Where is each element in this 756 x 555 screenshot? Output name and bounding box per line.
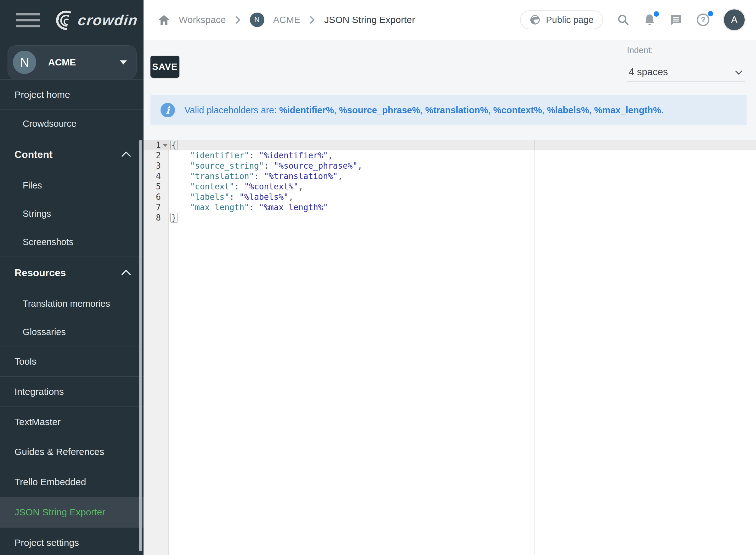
- placeholder-token: %translation%: [425, 105, 488, 115]
- code-token-key: "labels": [190, 192, 229, 202]
- code-token-pun: [170, 171, 190, 181]
- sidebar: crowdin N ACME Project homeCrowdsourceCo…: [0, 0, 143, 555]
- sidebar-item-screenshots[interactable]: Screenshots: [0, 228, 143, 256]
- code-line[interactable]: "translation": "%translation%",: [169, 171, 756, 181]
- chevron-up-icon: [121, 269, 131, 279]
- indent-selected-value: 4 spaces: [629, 67, 668, 78]
- globe-icon: [530, 14, 541, 26]
- code-token-pun: [170, 161, 190, 171]
- public-page-button[interactable]: Public page: [520, 10, 603, 29]
- code-token-pun: ,: [358, 161, 363, 171]
- code-line[interactable]: }: [169, 213, 756, 223]
- code-line[interactable]: "max_length": "%max_length%": [169, 202, 756, 213]
- code-token-brace: {: [170, 140, 178, 150]
- code-token-val: "%identifier%": [259, 151, 328, 160]
- code-editor[interactable]: 12345678 { "identifier": "%identifier%",…: [143, 140, 756, 555]
- breadcrumb-project[interactable]: ACME: [273, 14, 301, 25]
- banner-text: Valid placeholders are: %identifier%, %s…: [184, 105, 664, 116]
- code-token-val: "%max_length%": [259, 203, 328, 212]
- gutter-line-number: 6: [143, 192, 168, 202]
- code-token-pun: [170, 151, 190, 160]
- placeholder-token: %max_length%: [594, 105, 661, 115]
- code-token-pun: :: [235, 182, 244, 191]
- project-avatar: N: [13, 51, 36, 74]
- code-line[interactable]: {: [169, 140, 756, 151]
- code-token-pun: ,: [298, 182, 303, 191]
- fold-caret-icon[interactable]: [163, 144, 168, 147]
- sidebar-item-label: Trello Embedded: [14, 477, 86, 487]
- sidebar-item-label: Project settings: [14, 538, 79, 548]
- sidebar-item-content[interactable]: Content: [0, 138, 143, 171]
- notifications-bell-icon[interactable]: [643, 13, 656, 27]
- sidebar-header: crowdin: [0, 0, 143, 40]
- gutter-line-number: 8: [143, 213, 168, 223]
- caret-down-icon: [120, 60, 127, 65]
- placeholder-token: %source_phrase%: [339, 105, 420, 115]
- sidebar-item-integrations[interactable]: Integrations: [0, 376, 143, 407]
- info-icon: i: [161, 103, 175, 117]
- topbar-actions: Public page ? A: [520, 9, 745, 30]
- gutter-line-number: 1: [143, 140, 168, 151]
- breadcrumb-current-page: JSON String Exporter: [324, 14, 415, 25]
- sidebar-nav: Project homeCrowdsourceContentFilesStrin…: [0, 79, 143, 555]
- indent-select[interactable]: 4 spaces: [627, 62, 745, 82]
- code-token-key: "context": [190, 182, 235, 191]
- gutter-line-number: 7: [143, 202, 168, 213]
- placeholder-token: %context%: [493, 105, 542, 115]
- sidebar-item-strings[interactable]: Strings: [0, 200, 143, 228]
- help-icon[interactable]: ?: [696, 13, 710, 27]
- crowdin-logo[interactable]: crowdin: [54, 10, 138, 31]
- sidebar-item-project-home[interactable]: Project home: [0, 79, 143, 110]
- hamburger-menu-icon[interactable]: [16, 13, 40, 27]
- chevron-right-icon: [309, 15, 316, 25]
- crowdin-bird-icon: [54, 10, 74, 31]
- sidebar-item-files[interactable]: Files: [0, 171, 143, 200]
- sidebar-item-label: Strings: [23, 209, 51, 219]
- page-content: SAVE Indent: 4 spaces i Valid placeholde…: [143, 40, 756, 555]
- crowdin-wordmark: crowdin: [77, 12, 139, 29]
- code-token-pun: [170, 203, 190, 212]
- sidebar-item-label: Crowdsource: [23, 119, 77, 129]
- sidebar-item-label: JSON String Exporter: [14, 507, 105, 518]
- sidebar-item-crowdsource[interactable]: Crowdsource: [0, 110, 143, 138]
- sidebar-item-resources[interactable]: Resources: [0, 256, 143, 290]
- editor-code[interactable]: { "identifier": "%identifier%", "source_…: [169, 140, 756, 555]
- indent-control: Indent: 4 spaces: [627, 46, 745, 82]
- sidebar-scrollbar[interactable]: [139, 140, 142, 551]
- code-token-pun: :: [249, 151, 259, 160]
- sidebar-item-label: Content: [14, 149, 52, 161]
- search-icon[interactable]: [617, 13, 629, 26]
- sidebar-item-glossaries[interactable]: Glossaries: [0, 318, 143, 346]
- sidebar-item-tools[interactable]: Tools: [0, 346, 143, 376]
- svg-text:?: ?: [701, 15, 706, 24]
- sidebar-item-textmaster[interactable]: TextMaster: [0, 407, 143, 437]
- code-line[interactable]: "source_string": "%source_phrase%",: [169, 161, 756, 171]
- help-notification-dot: [708, 11, 713, 16]
- sidebar-item-label: Translation memories: [23, 299, 110, 309]
- sidebar-item-json-string-exporter[interactable]: JSON String Exporter: [0, 497, 143, 527]
- placeholder-token: %identifier%: [279, 105, 334, 115]
- gutter-line-number: 4: [143, 171, 168, 181]
- public-page-label: Public page: [546, 15, 594, 25]
- code-line[interactable]: "context": "%context%",: [169, 181, 756, 192]
- sidebar-item-project-settings[interactable]: Project settings: [0, 527, 143, 555]
- info-banner: i Valid placeholders are: %identifier%, …: [151, 95, 747, 125]
- project-selector[interactable]: N ACME: [7, 45, 137, 79]
- breadcrumb-workspace[interactable]: Workspace: [179, 14, 226, 25]
- sidebar-item-label: Project home: [14, 89, 70, 100]
- sidebar-item-guides-references[interactable]: Guides & References: [0, 437, 143, 467]
- gutter-line-number: 2: [143, 151, 168, 161]
- sidebar-item-trello-embedded[interactable]: Trello Embedded: [0, 467, 143, 497]
- user-avatar[interactable]: A: [724, 9, 745, 30]
- sidebar-item-label: TextMaster: [14, 417, 61, 427]
- home-icon[interactable]: [158, 14, 170, 26]
- code-token-pun: ,: [328, 151, 333, 160]
- sidebar-item-translation-memories[interactable]: Translation memories: [0, 290, 143, 318]
- code-line[interactable]: "identifier": "%identifier%",: [169, 151, 756, 161]
- save-button[interactable]: SAVE: [151, 56, 179, 78]
- code-line[interactable]: "labels": "%labels%",: [169, 192, 756, 202]
- messages-icon[interactable]: [670, 13, 682, 26]
- main-area: Workspace N ACME JSON String Exporter: [143, 0, 756, 555]
- sidebar-item-label: Files: [23, 180, 42, 191]
- gutter-line-number: 5: [143, 181, 168, 192]
